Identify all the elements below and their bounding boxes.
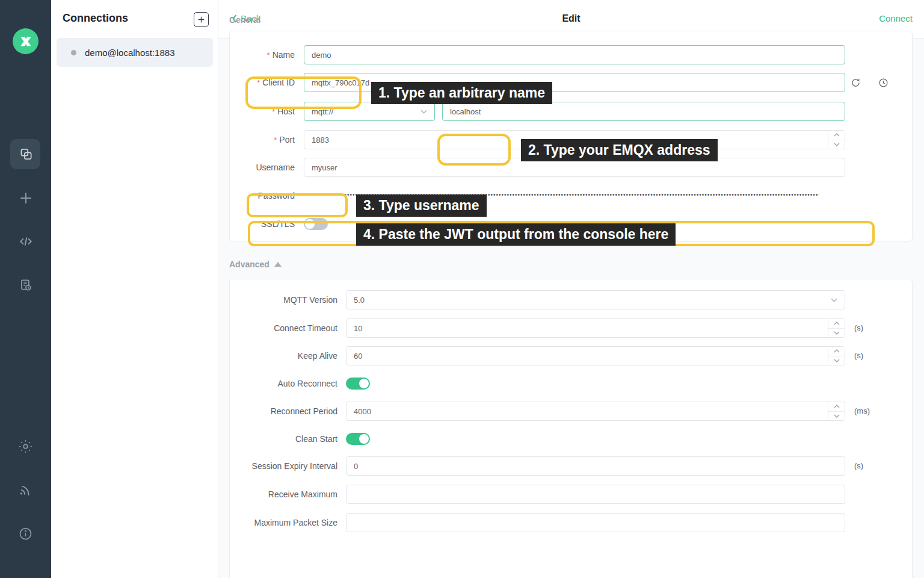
host-protocol-value: mqtt:// xyxy=(312,107,333,116)
maximum-packet-size-row: Maximum Packet Size xyxy=(230,513,912,532)
password-masked-value: ••••••••••••••••••••••••••••••••••••••••… xyxy=(304,186,819,204)
connect-button[interactable]: Connect xyxy=(879,13,913,23)
mqtt-version-select[interactable]: 5.0 xyxy=(346,290,845,309)
mqtt-version-label: MQTT Version xyxy=(230,290,337,309)
username-label: Username xyxy=(230,158,295,177)
auto-reconnect-row: Auto Reconnect xyxy=(230,374,912,393)
connect-timeout-stepper[interactable] xyxy=(828,319,845,337)
session-expiry-interval-unit: (s) xyxy=(854,456,863,476)
connect-timeout-label: Connect Timeout xyxy=(230,319,337,338)
auto-reconnect-label: Auto Reconnect xyxy=(230,374,337,393)
host-protocol-select[interactable]: mqtt:// xyxy=(304,102,435,121)
stepper-down-icon xyxy=(834,359,840,362)
ssl-tls-toggle[interactable] xyxy=(304,218,328,230)
session-expiry-interval-row: Session Expiry Interval (s) xyxy=(230,456,912,476)
toggle-knob xyxy=(359,434,369,444)
general-card: *Name *Client ID *Host xyxy=(229,31,913,241)
name-input[interactable] xyxy=(304,45,845,64)
stepper-up-icon xyxy=(834,322,840,325)
chevron-down-icon xyxy=(831,298,837,302)
keep-alive-row: Keep Alive (s) xyxy=(230,346,912,365)
refresh-icon[interactable] xyxy=(851,78,861,88)
advanced-section-label[interactable]: Advanced xyxy=(229,259,282,269)
chevron-down-icon xyxy=(420,110,427,114)
connect-timeout-unit: (s) xyxy=(854,319,863,338)
connection-list-item[interactable]: demo@localhost:1883 xyxy=(57,38,213,67)
host-label: *Host xyxy=(230,102,295,121)
mqttx-logo-icon xyxy=(13,28,38,54)
mqtt-version-value: 5.0 xyxy=(354,296,365,305)
reconnect-period-row: Reconnect Period (ms) xyxy=(230,402,912,421)
connect-timeout-row: Connect Timeout (s) xyxy=(230,319,912,338)
stepper-up-icon xyxy=(834,349,840,353)
reconnect-period-input[interactable] xyxy=(346,402,845,421)
sidebar-settings-gear-icon[interactable] xyxy=(0,438,51,455)
page-title: Edit xyxy=(562,13,580,24)
reconnect-period-label: Reconnect Period xyxy=(230,402,337,421)
connections-header: Connections xyxy=(51,0,218,38)
stepper-down-icon xyxy=(834,143,840,146)
clean-start-label: Clean Start xyxy=(230,429,337,449)
advanced-card: MQTT Version 5.0 Connect Timeout xyxy=(229,279,913,578)
main-area: Back Edit Connect General *Name *Client … xyxy=(218,0,924,578)
connections-title: Connections xyxy=(63,12,128,25)
sidebar-about-info-icon[interactable] xyxy=(0,525,51,542)
host-row: *Host mqtt:// xyxy=(230,102,912,121)
auto-reconnect-toggle[interactable] xyxy=(346,378,370,390)
sidebar-new-connection-icon[interactable] xyxy=(0,190,51,207)
port-stepper[interactable] xyxy=(828,131,845,149)
maximum-packet-size-input[interactable] xyxy=(346,513,845,532)
maximum-packet-size-label: Maximum Packet Size xyxy=(230,513,337,532)
password-label: Password xyxy=(230,186,295,205)
connections-panel: Connections demo@localhost:1883 xyxy=(51,0,218,578)
sidebar-connections-icon[interactable] xyxy=(0,146,51,163)
clean-start-toggle[interactable] xyxy=(346,433,370,445)
username-input[interactable] xyxy=(304,158,845,177)
stepper-down-icon xyxy=(834,414,840,418)
keep-alive-label: Keep Alive xyxy=(230,346,337,365)
port-input[interactable] xyxy=(304,130,845,149)
sidebar-log-icon[interactable] xyxy=(0,277,51,294)
reconnect-period-unit: (ms) xyxy=(854,402,870,421)
client-id-input[interactable] xyxy=(304,73,845,92)
name-label: *Name xyxy=(230,45,295,64)
connection-status-dot-icon xyxy=(71,50,76,55)
toggle-knob xyxy=(305,219,315,229)
client-id-row: *Client ID xyxy=(230,73,912,92)
receive-maximum-row: Receive Maximum xyxy=(230,485,912,504)
connection-item-label: demo@localhost:1883 xyxy=(85,48,175,58)
reconnect-period-stepper[interactable] xyxy=(828,402,845,420)
ssl-tls-label: SSL/TLS xyxy=(230,214,295,234)
stepper-down-icon xyxy=(834,331,840,335)
session-expiry-interval-label: Session Expiry Interval xyxy=(230,456,337,476)
clean-start-row: Clean Start xyxy=(230,429,912,449)
app-sidebar xyxy=(0,0,51,578)
history-clock-icon[interactable] xyxy=(878,78,889,88)
sidebar-script-icon[interactable] xyxy=(0,233,51,250)
password-input[interactable]: ••••••••••••••••••••••••••••••••••••••••… xyxy=(304,186,845,204)
advanced-title: Advanced xyxy=(229,259,270,269)
add-connection-button[interactable] xyxy=(194,12,209,27)
plus-icon xyxy=(197,16,205,23)
stepper-up-icon xyxy=(834,405,840,408)
toggle-knob xyxy=(359,379,369,388)
keep-alive-input[interactable] xyxy=(346,346,845,365)
port-label: *Port xyxy=(230,130,295,149)
session-expiry-interval-input[interactable] xyxy=(346,456,845,476)
sidebar-news-rss-icon[interactable] xyxy=(0,482,51,499)
port-row: *Port xyxy=(230,130,912,149)
client-id-label: *Client ID xyxy=(230,73,295,92)
connect-timeout-input[interactable] xyxy=(346,319,845,338)
general-section-label: General xyxy=(229,15,260,25)
name-row: *Name xyxy=(230,45,912,64)
mqttx-app-window: Connections demo@localhost:1883 Back Edi… xyxy=(0,0,924,578)
stepper-up-icon xyxy=(834,133,840,137)
receive-maximum-input[interactable] xyxy=(346,485,845,504)
triangle-up-icon xyxy=(274,262,282,267)
receive-maximum-label: Receive Maximum xyxy=(230,485,337,504)
username-row: Username xyxy=(230,158,912,177)
password-row: Password •••••••••••••••••••••••••••••••… xyxy=(230,186,912,205)
keep-alive-stepper[interactable] xyxy=(828,347,845,365)
keep-alive-unit: (s) xyxy=(854,346,863,365)
host-input[interactable] xyxy=(442,102,845,121)
